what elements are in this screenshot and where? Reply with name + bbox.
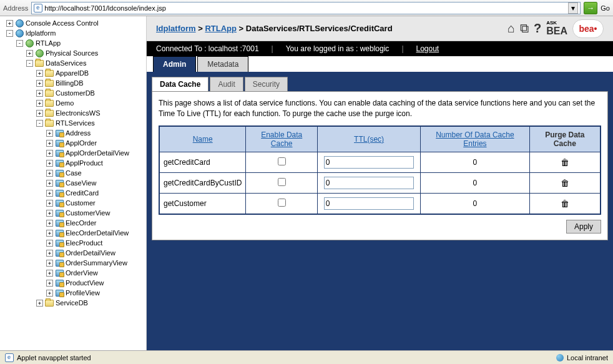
- expander-icon[interactable]: +: [36, 300, 43, 307]
- tree-item-appareldb[interactable]: +ApparelDB: [0, 68, 146, 78]
- tree-item-caseview[interactable]: +CaseView: [0, 178, 146, 188]
- ttl-input[interactable]: [324, 156, 414, 169]
- tree-item-ordersummaryview[interactable]: +OrderSummaryView: [0, 258, 146, 268]
- tab-admin[interactable]: Admin: [153, 56, 196, 72]
- url-input[interactable]: [44, 4, 566, 12]
- tree-label: Customer: [66, 199, 96, 207]
- breadcrumb-rtlapp[interactable]: RTLApp: [205, 24, 237, 33]
- dataservice-icon: [56, 160, 64, 167]
- bea-ask-logo[interactable]: ASK BEA: [546, 20, 567, 37]
- tree-item-customerview[interactable]: +CustomerView: [0, 208, 146, 218]
- expander-icon[interactable]: +: [46, 230, 53, 237]
- tree-item-orderview[interactable]: +OrderView: [0, 268, 146, 278]
- windows-icon[interactable]: ⧉: [520, 21, 529, 36]
- enable-checkbox[interactable]: [278, 178, 286, 186]
- expander-icon[interactable]: +: [46, 200, 53, 207]
- tree-item-rtlapp[interactable]: -RTLApp: [0, 38, 146, 48]
- subtab-data-cache[interactable]: Data Cache: [152, 77, 208, 91]
- tree-item-productview[interactable]: +ProductView: [0, 278, 146, 288]
- trash-icon[interactable]: 🗑: [561, 199, 569, 209]
- expander-icon[interactable]: +: [46, 260, 53, 267]
- tree-item-dataservices[interactable]: -DataServices: [0, 58, 146, 68]
- tree-item-ldplatform[interactable]: -ldplatform: [0, 28, 146, 38]
- expander-icon[interactable]: +: [46, 270, 53, 277]
- tree-item-case[interactable]: +Case: [0, 168, 146, 178]
- cell-purge: 🗑: [529, 172, 601, 193]
- expander-icon[interactable]: +: [46, 280, 53, 287]
- expander-icon[interactable]: +: [36, 100, 43, 107]
- tree-item-servicedb[interactable]: +ServiceDB: [0, 298, 146, 308]
- tree-panel[interactable]: +Console Access Control-ldplatform-RTLAp…: [0, 16, 147, 350]
- expander-icon[interactable]: +: [46, 150, 53, 157]
- breadcrumb-ldplatform[interactable]: ldplatform: [156, 24, 196, 33]
- dataservice-icon: [56, 150, 64, 157]
- trash-icon[interactable]: 🗑: [561, 178, 569, 188]
- tree-item-physical-sources[interactable]: +Physical Sources: [0, 48, 146, 58]
- cell-ttl: [318, 193, 421, 214]
- tree-label: ElecOrder: [66, 219, 97, 227]
- tree-item-electronicsws[interactable]: +ElectronicsWS: [0, 108, 146, 118]
- expander-icon[interactable]: +: [46, 190, 53, 197]
- help-icon[interactable]: ?: [534, 21, 541, 36]
- subtab-security[interactable]: Security: [245, 77, 288, 91]
- subtab-audit[interactable]: Audit: [210, 77, 243, 91]
- tree-item-console-access-control[interactable]: +Console Access Control: [0, 18, 146, 28]
- expander-icon[interactable]: +: [46, 140, 53, 147]
- enable-checkbox[interactable]: [278, 157, 286, 165]
- tree-item-elecorder[interactable]: +ElecOrder: [0, 218, 146, 228]
- tree-item-applorderdetailview[interactable]: +ApplOrderDetailView: [0, 148, 146, 158]
- tree-item-applproduct[interactable]: +ApplProduct: [0, 158, 146, 168]
- expander-icon[interactable]: -: [26, 60, 33, 67]
- expander-icon[interactable]: +: [36, 110, 43, 117]
- dataservice-icon: [56, 230, 64, 237]
- bea-badge-icon[interactable]: bea•: [572, 19, 604, 38]
- tree-item-rtlservices[interactable]: -RTLServices: [0, 118, 146, 128]
- expander-icon[interactable]: +: [46, 220, 53, 227]
- expander-icon[interactable]: +: [36, 80, 43, 87]
- expander-icon[interactable]: +: [46, 130, 53, 137]
- col-entries[interactable]: Number Of Data Cache Entries: [421, 126, 530, 152]
- expander-icon[interactable]: +: [36, 90, 43, 97]
- tree-item-profileview[interactable]: +ProfileView: [0, 288, 146, 298]
- header-icons: ⌂ ⧉ ? ASK BEA bea•: [508, 19, 604, 38]
- expander-icon[interactable]: -: [36, 120, 43, 127]
- apply-button[interactable]: Apply: [566, 220, 601, 234]
- tree-item-applorder[interactable]: +ApplOrder: [0, 138, 146, 148]
- trash-icon[interactable]: 🗑: [561, 157, 569, 167]
- tree-item-customer[interactable]: +Customer: [0, 198, 146, 208]
- tree-item-orderdetailview[interactable]: +OrderDetailView: [0, 248, 146, 258]
- tree-item-elecproduct[interactable]: +ElecProduct: [0, 238, 146, 248]
- tree-item-customerdb[interactable]: +CustomerDB: [0, 88, 146, 98]
- logout-link[interactable]: Logout: [416, 44, 439, 53]
- expander-icon[interactable]: +: [46, 170, 53, 177]
- col-ttl[interactable]: TTL(sec): [318, 126, 421, 152]
- ttl-input[interactable]: [324, 177, 414, 189]
- ttl-input[interactable]: [324, 197, 414, 210]
- url-box[interactable]: ▾: [31, 2, 581, 14]
- enable-checkbox[interactable]: [278, 199, 286, 207]
- home-icon[interactable]: ⌂: [508, 21, 515, 36]
- tab-metadata[interactable]: Metadata: [197, 56, 248, 72]
- expander-icon[interactable]: -: [16, 40, 23, 47]
- expander-icon[interactable]: +: [6, 20, 13, 27]
- expander-icon[interactable]: +: [46, 240, 53, 247]
- tree-item-elecorderdetailview[interactable]: +ElecOrderDetailView: [0, 228, 146, 238]
- expander-icon[interactable]: +: [46, 290, 53, 297]
- col-name[interactable]: Name: [159, 126, 246, 152]
- expander-icon[interactable]: +: [36, 70, 43, 77]
- expander-icon[interactable]: +: [46, 160, 53, 167]
- col-enable[interactable]: Enable Data Cache: [246, 126, 318, 152]
- expander-icon[interactable]: +: [46, 210, 53, 217]
- tree-item-creditcard[interactable]: +CreditCard: [0, 188, 146, 198]
- expander-icon[interactable]: -: [6, 30, 13, 37]
- tree-item-billingdb[interactable]: +BillingDB: [0, 78, 146, 88]
- url-dropdown-button[interactable]: ▾: [568, 2, 578, 14]
- expander-icon[interactable]: +: [26, 50, 33, 57]
- tree-item-demo[interactable]: +Demo: [0, 98, 146, 108]
- expander-icon[interactable]: +: [46, 180, 53, 187]
- address-label: Address: [3, 4, 28, 12]
- tree-item-address[interactable]: +Address: [0, 128, 146, 138]
- dataservice-icon: [56, 280, 64, 287]
- go-button[interactable]: →: [584, 2, 597, 14]
- expander-icon[interactable]: +: [46, 250, 53, 257]
